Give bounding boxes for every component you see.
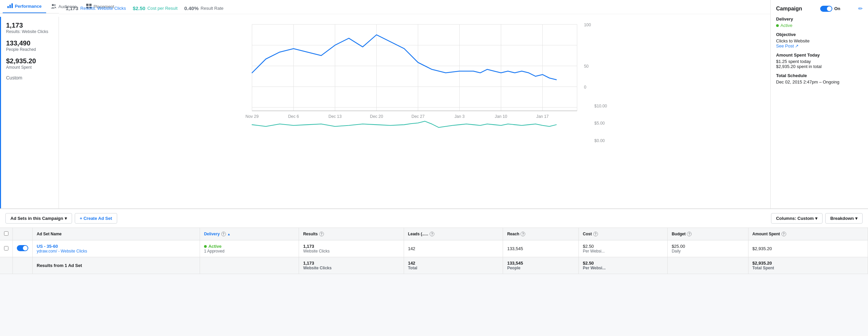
svg-text:0: 0 (584, 85, 586, 90)
amount-total: $2,935.20 spent in total (776, 64, 863, 69)
summary-results-sub: Website Clicks (303, 266, 399, 270)
row-amount-value: $2,935.20 (752, 246, 772, 251)
chart-rate-value: 0.40% (184, 5, 199, 11)
toggle-label: On (834, 6, 840, 11)
row-delivery-status: Active (209, 244, 221, 249)
table-row: US - 35-60 ydraw.com/ - Website Clicks A… (0, 240, 868, 257)
table-toolbar: Ad Sets in this Campaign ▾ + Create Ad S… (0, 209, 868, 228)
campaign-title: Campaign (776, 6, 802, 12)
summary-label: Results from 1 Ad Set (37, 263, 82, 268)
summary-cost-cell: $2.50 Per Websi... (579, 257, 668, 274)
tab-performance-label: Performance (15, 4, 41, 9)
cost-info-icon[interactable]: ? (593, 232, 598, 236)
th-checkbox (0, 228, 13, 240)
svg-text:50: 50 (584, 64, 589, 69)
row-results-cell: 1,173 Website Clicks (299, 240, 404, 257)
summary-results-value: 1,173 (303, 261, 399, 266)
see-post-link[interactable]: See Post ↗ (776, 43, 799, 49)
sort-arrow-icon: ▲ (227, 232, 230, 236)
ad-sets-label: Ad Sets in this Campaign (10, 216, 63, 221)
breakdown-dropdown[interactable]: Breakdown ▾ (825, 213, 863, 223)
th-toggle (13, 228, 33, 240)
delivery-status: Active (780, 23, 792, 28)
row-checkbox[interactable] (4, 246, 8, 250)
summary-cost-sub: Per Websi... (583, 266, 663, 270)
performance-chart: Nov 29 Dec 6 Dec 13 Dec 20 Dec 27 Jan 3 … (66, 18, 770, 146)
summary-budget-cell (667, 257, 748, 274)
schedule-section: Total Schedule Dec 02, 2015 2:47pm – Ong… (776, 73, 863, 85)
amount-info-icon[interactable]: ? (781, 232, 786, 236)
stat-results: 1,173 Results: Website Clicks (6, 22, 54, 34)
create-ad-set-label: + Create Ad Set (80, 216, 112, 221)
dropdown-arrow-icon: ▾ (65, 216, 67, 221)
chart-icon (7, 3, 13, 9)
chart-results-label: Results: Website Clicks (81, 6, 126, 11)
ad-set-name-link[interactable]: US - 35-60 (37, 244, 196, 249)
schedule-title: Total Schedule (776, 73, 863, 78)
chart-rate-label: Result Rate (201, 6, 223, 11)
schedule-value: Dec 02, 2015 2:47pm – Ongoing (776, 80, 863, 85)
row-cost-cell: $2.50 Per Websi... (579, 240, 668, 257)
chart-container: Nov 29 Dec 6 Dec 13 Dec 20 Dec 27 Jan 3 … (59, 14, 770, 208)
delivery-title: Delivery (776, 17, 863, 22)
stat-reach-value: 133,490 (6, 39, 54, 47)
leads-info-icon[interactable]: ? (430, 232, 434, 236)
chart-cost-label: Cost per Result (148, 6, 178, 11)
columns-dropdown[interactable]: Columns: Custom ▾ (771, 213, 823, 223)
row-checkbox-cell (0, 240, 13, 257)
svg-text:Jan 17: Jan 17 (536, 114, 549, 119)
summary-checkbox-cell (0, 257, 13, 274)
amount-today: $1.25 spent today (776, 59, 863, 64)
stat-reach-label: People Reached (6, 47, 54, 52)
ad-sets-table-container: Ad Set Name Delivery ? ▲ (0, 228, 868, 274)
tab-performance[interactable]: Performance (3, 0, 46, 13)
summary-results-cell: 1,173 Website Clicks (299, 257, 404, 274)
row-leads-cell: 142 (404, 240, 503, 257)
summary-label-cell: Results from 1 Ad Set (33, 257, 200, 274)
select-all-checkbox[interactable] (4, 231, 8, 236)
svg-text:100: 100 (584, 23, 591, 27)
ad-set-sub-link[interactable]: ydraw.com/ - Website Clicks (37, 249, 196, 253)
svg-rect-1 (9, 5, 11, 8)
row-results-sub: Website Clicks (303, 249, 399, 253)
reach-info-icon[interactable]: ? (521, 232, 525, 236)
objective-value: Clicks to Website (776, 38, 863, 43)
edit-icon[interactable]: ✏ (858, 5, 863, 12)
row-amount-cell: $2,935.20 (748, 240, 868, 257)
campaign-toggle[interactable] (820, 6, 832, 12)
summary-reach-value: 133,545 (507, 261, 575, 266)
svg-text:Nov 29: Nov 29 (245, 114, 258, 119)
row-delivery-cell: Active 1 Approved (200, 240, 299, 257)
svg-text:Dec 6: Dec 6 (288, 114, 299, 119)
summary-toggle-cell (13, 257, 33, 274)
svg-text:$5.00: $5.00 (594, 121, 605, 126)
ad-sets-dropdown[interactable]: Ad Sets in this Campaign ▾ (5, 213, 72, 223)
th-leads: Leads (..… ? (404, 228, 503, 240)
summary-reach-cell: 133,545 People (503, 257, 579, 274)
row-toggle[interactable] (17, 245, 28, 251)
stat-custom-label: Custom (6, 75, 54, 81)
svg-text:Dec 27: Dec 27 (411, 114, 425, 119)
chart-results-count: 1,173 (66, 5, 79, 11)
breakdown-dropdown-icon: ▾ (855, 216, 858, 221)
summary-amount-cell: $2,935.20 Total Spent (748, 257, 868, 274)
results-info-icon[interactable]: ? (319, 232, 324, 236)
chart-cost-value: $2.50 (133, 5, 146, 11)
budget-info-icon[interactable]: ? (687, 232, 691, 236)
summary-delivery-cell (200, 257, 299, 274)
th-reach: Reach ? (503, 228, 579, 240)
th-results: Results ? (299, 228, 404, 240)
stat-spent-label: Amount Spent (6, 65, 54, 70)
stat-reach: 133,490 People Reached (6, 39, 54, 52)
row-budget-sub: Daily (672, 249, 744, 253)
th-adset-name: Ad Set Name (33, 228, 200, 240)
row-reach-cell: 133,545 (503, 240, 579, 257)
chart-rate-stat: 0.40% Result Rate (184, 5, 223, 11)
svg-text:Dec 20: Dec 20 (370, 114, 383, 119)
summary-leads-sub: Total (408, 266, 499, 270)
delivery-info-icon[interactable]: ? (221, 232, 226, 236)
create-ad-set-button[interactable]: + Create Ad Set (75, 213, 117, 223)
summary-cost-value: $2.50 (583, 261, 663, 266)
summary-leads-cell: 142 Total (404, 257, 503, 274)
svg-rect-0 (7, 6, 9, 8)
